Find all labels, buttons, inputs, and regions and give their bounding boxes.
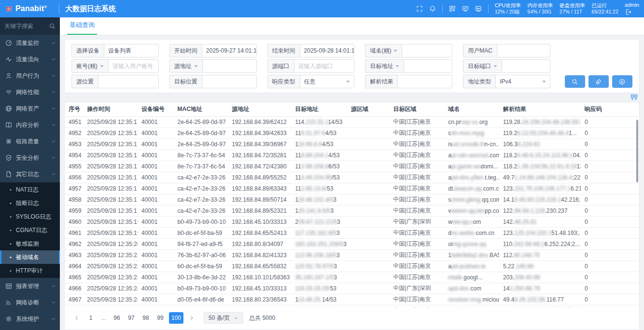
redacted-text: 9.31.97.6 xyxy=(301,130,325,137)
table-row: 49582025/09/28 12:35:1740001ca-42-e7-2e-… xyxy=(65,194,639,205)
notification-bell-icon[interactable] xyxy=(429,5,436,12)
table-cell: 192.168.84.82/41323 xyxy=(228,249,291,261)
search-button[interactable] xyxy=(565,75,585,88)
system-stat: 硬盘使用率27% / 11T xyxy=(560,2,585,15)
sidebar-subitem-HTTP审计[interactable]: •HTTP审计 xyxy=(0,264,60,277)
filter-label-text: 地址类型 xyxy=(468,78,491,86)
filter-field-账号(精): 账号(精)请输入用户账号 xyxy=(71,59,159,73)
vertical-scrollbar[interactable] xyxy=(636,120,638,182)
table-cell: 76-3b-62-97-a0-06 xyxy=(174,249,228,261)
table-cell: 0 xyxy=(581,161,639,172)
table-cell: szmini.gtimg.qq.com xyxy=(444,194,499,205)
sidebar-subitem-SYSLOG日志[interactable]: •SYSLOG日志 xyxy=(0,210,60,223)
filter-input-源端口[interactable]: 请输入源端口 xyxy=(294,59,355,73)
table-cell: dns.weibo.com.cn xyxy=(444,227,499,238)
filter-input-目标位置[interactable] xyxy=(202,75,257,88)
cell-text: 11 xyxy=(295,130,301,137)
redacted-text: pi-cdn.wxsnsd xyxy=(451,152,488,159)
sidebar-subitem-敏感监测[interactable]: •敏感监测 xyxy=(0,237,60,250)
system-stat: 已运行65/22:41:22 xyxy=(592,2,618,15)
cell-text: BA5... xyxy=(490,252,499,259)
table-cell: 4953 xyxy=(65,138,83,150)
sidebar-item-链路质量[interactable]: 链路质量 xyxy=(0,133,60,150)
search-icon[interactable] xyxy=(49,23,56,29)
sidebar-item-内容分析[interactable]: 内容分析 xyxy=(0,117,60,133)
page-button-98[interactable]: 98 xyxy=(140,312,152,324)
table-cell: 4956 xyxy=(65,172,83,183)
monitor-chart-icon[interactable] xyxy=(462,5,469,12)
sidebar-item-安全分析[interactable]: 安全分析 xyxy=(0,150,60,166)
ping-tool-icon[interactable] xyxy=(475,5,482,12)
table-cell xyxy=(347,127,390,138)
filter-field-开始时间: 开始时间2025-09-27 14:01:10 xyxy=(169,44,257,57)
sidebar-item-网络性能[interactable]: 网络性能 xyxy=(0,84,60,100)
sidebar-item-label: 流量监控 xyxy=(16,39,47,47)
table-cell: 4963 xyxy=(65,249,83,261)
filter-input-地址类型[interactable]: IPv4 xyxy=(495,75,550,88)
table-cell: 4959 xyxy=(65,205,83,216)
user-menu[interactable]: admin xyxy=(625,2,639,15)
filter-input-账号(精)[interactable]: 请输入用户账号 xyxy=(108,59,159,73)
table-cell: 2025/09/28 12:35:19 xyxy=(83,227,138,238)
sidebar-item-网络资产[interactable]: 网络资产 xyxy=(0,100,60,117)
filter-input-解析结果[interactable] xyxy=(397,75,452,88)
clean-button[interactable] xyxy=(588,75,609,88)
sidebar-subitem-CGNAT日志[interactable]: •CGNAT日志 xyxy=(0,223,60,237)
logout-icon[interactable] xyxy=(625,9,631,15)
table-cell: 2025/09/28 12:35:17 xyxy=(83,150,138,161)
chevron-down-icon xyxy=(51,300,56,305)
filter-input-开始时间[interactable]: 2025-09-27 14:01:10 xyxy=(202,44,257,57)
table-cell xyxy=(347,138,390,150)
page-button-1[interactable]: 1 xyxy=(85,312,97,324)
sidebar-item-流量监控[interactable]: 流量监控 xyxy=(0,35,60,51)
sidebar-item-系统维护[interactable]: 系统维护 xyxy=(0,311,60,327)
table-cell: 192.168.80.8/34097 xyxy=(228,238,291,249)
filter-input-结束时间[interactable]: 2025-09-28 14:01:10 xyxy=(300,44,355,57)
table-cell: b0-49-73-b9-00-10 xyxy=(174,283,228,294)
filter-input-目标地址[interactable] xyxy=(404,59,452,73)
redacted-text: pd-pcdnwx.te xyxy=(451,263,486,270)
filter-field-目标位置: 目标位置 xyxy=(169,75,257,88)
page-button-100[interactable]: 100 xyxy=(169,312,183,324)
column-settings-icon[interactable] xyxy=(630,94,638,101)
filter-input-选择设备[interactable]: 设备列表 xyxy=(104,44,159,57)
filter-input-用户MAC[interactable] xyxy=(497,44,550,57)
keyword-search-input[interactable]: 关键字搜索 xyxy=(0,17,60,35)
cell-text: 6.252.224;2... xyxy=(545,241,580,248)
download-button[interactable] xyxy=(612,75,632,88)
caret-down-icon xyxy=(100,65,104,68)
page-button-97[interactable]: 97 xyxy=(126,312,137,324)
filter-input-域名(精)[interactable] xyxy=(402,44,452,57)
fullscreen-icon[interactable] xyxy=(416,5,423,12)
sidebar-item-流量流向[interactable]: 流量流向 xyxy=(0,51,60,68)
sidebar-item-其它日志[interactable]: 其它日志 xyxy=(0,166,60,182)
page-size-select[interactable]: 50 条/页 xyxy=(204,312,243,324)
page-button-96[interactable]: 96 xyxy=(111,312,123,324)
filter-input-目标端口[interactable] xyxy=(502,59,550,73)
sidebar-subitem-NAT日志[interactable]: •NAT日志 xyxy=(0,183,60,196)
sidebar-item-报表管理[interactable]: 报表管理 xyxy=(0,278,60,294)
next-page-button[interactable] xyxy=(186,312,197,324)
sidebar-subitem-被动域名[interactable]: •被动域名 xyxy=(0,250,60,264)
filter-label-text: 结束时间 xyxy=(272,47,295,55)
table-cell: 2025/09/28 12:35:20 xyxy=(83,238,138,249)
filter-label: 源位置 xyxy=(71,75,98,88)
filter-input-响应类型[interactable]: 任意 xyxy=(300,75,355,88)
prev-page-button[interactable] xyxy=(71,312,82,324)
dashboard-apps-icon[interactable] xyxy=(449,5,456,12)
sidebar-item-网络诊断[interactable]: 网络诊断 xyxy=(0,294,60,311)
tab-basic-query[interactable]: 基础查询 xyxy=(67,21,97,35)
filter-label: 用户MAC xyxy=(463,44,497,57)
app-header: Panabit® 大数据日志系统 CPU使用率12% / 20核内存使用率54%… xyxy=(0,0,644,17)
filter-input-源位置[interactable] xyxy=(98,75,159,88)
logo-text: Panabit® xyxy=(15,4,47,13)
caret-down-icon xyxy=(194,65,198,68)
page-button-99[interactable]: 99 xyxy=(154,312,166,324)
sidebar-subitem-阻断日志[interactable]: •阻断日志 xyxy=(0,196,60,210)
cell-text: 04... xyxy=(573,152,581,159)
cell-text: 3 xyxy=(343,241,347,248)
sidebar-item-用户行为[interactable]: 用户行为 xyxy=(0,68,60,84)
filter-input-源地址[interactable] xyxy=(202,59,257,73)
table-cell: b0-dc-ef-5f-ba-59 xyxy=(174,227,228,238)
redacted-text: 2.250.66.78 xyxy=(509,285,540,292)
